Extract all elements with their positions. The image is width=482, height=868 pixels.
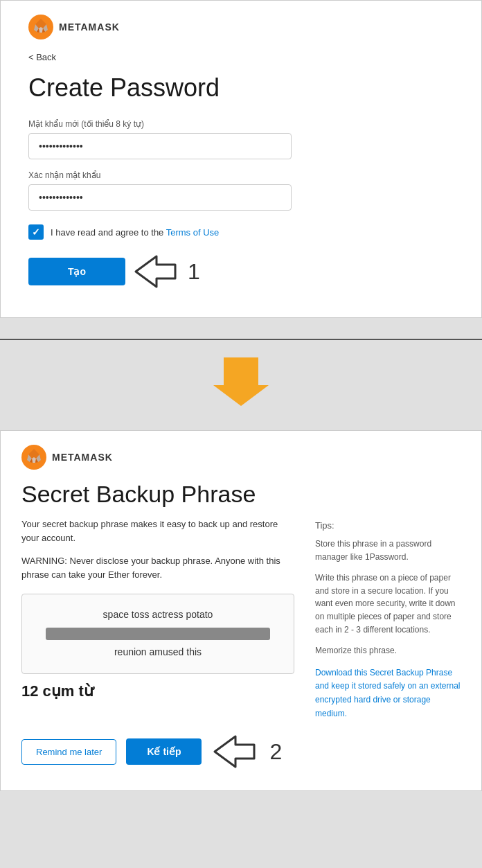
phrase-line-3: reunion amused this xyxy=(33,644,283,661)
back-link[interactable]: < Back xyxy=(28,52,56,62)
tips-title: Tips: xyxy=(315,520,461,531)
backup-warning: WARNING: Never disclose your backup phra… xyxy=(21,554,294,581)
tip-3: Memorize this phrase. xyxy=(315,644,461,657)
annotation-number-2: 2 xyxy=(269,739,282,765)
backup-content: Your secret backup phrase makes it easy … xyxy=(21,517,461,720)
metamask-logo-text-2: METAMASK xyxy=(52,452,113,463)
metamask-fox-icon-2 xyxy=(21,445,46,470)
divider-top-line xyxy=(0,339,482,340)
next-button[interactable]: Kế tiếp xyxy=(126,738,202,765)
tip-2: Write this phrase on a piece of paper an… xyxy=(315,572,461,636)
down-arrow-yellow-icon xyxy=(213,354,269,409)
confirm-field-group: Xác nhận mật khẩu xyxy=(28,170,454,211)
bottom-buttons-area: Remind me later Kế tiếp 2 xyxy=(1,720,481,770)
create-button-area: Tạo 1 xyxy=(28,254,454,290)
arrow-left-icon-2 xyxy=(211,734,260,770)
password-input[interactable] xyxy=(28,133,292,159)
metamask-logo-text: METAMASK xyxy=(59,21,120,33)
terms-checkbox-row: ✓ I have read and agree to the Terms of … xyxy=(28,224,454,240)
header: METAMASK xyxy=(28,15,454,39)
terms-label: I have read and agree to the Terms of Us… xyxy=(51,227,219,238)
tip-1: Store this phrase in a password manager … xyxy=(315,538,461,563)
phrase-box: space toss actress potato reunion amused… xyxy=(21,594,294,674)
phrase-blur-line xyxy=(46,628,270,640)
checkmark-icon: ✓ xyxy=(32,227,40,237)
password-field-group: Mật khẩu mới (tối thiểu 8 ký tự) xyxy=(28,119,454,159)
backup-left-column: Your secret backup phrase makes it easy … xyxy=(21,517,294,720)
backup-tips: Tips: Store this phrase in a password ma… xyxy=(315,517,461,720)
tip-download-link[interactable]: Download this Secret Backup Phrase and k… xyxy=(315,668,460,718)
password-label: Mật khẩu mới (tối thiểu 8 ký tự) xyxy=(28,119,454,129)
phrase-count-label: 12 cụm từ xyxy=(21,682,294,700)
secret-backup-section: METAMASK Secret Backup Phrase Your secre… xyxy=(0,430,482,791)
backup-description: Your secret backup phrase makes it easy … xyxy=(21,517,294,544)
backup-header: METAMASK xyxy=(21,445,461,470)
phrase-line-1: space toss actress potato xyxy=(33,607,283,623)
backup-title: Secret Backup Phrase xyxy=(21,481,461,508)
create-button[interactable]: Tạo xyxy=(28,258,125,285)
divider-section xyxy=(0,318,482,430)
svg-marker-20 xyxy=(215,736,254,767)
metamask-fox-icon xyxy=(28,15,53,39)
page-title: Create Password xyxy=(28,73,454,103)
remind-later-button[interactable]: Remind me later xyxy=(21,739,116,765)
create-password-section: METAMASK < Back Create Password Mật khẩu… xyxy=(0,0,482,318)
terms-label-before: I have read and agree to the xyxy=(51,227,166,238)
backup-inner: METAMASK Secret Backup Phrase Your secre… xyxy=(1,445,481,720)
svg-marker-9 xyxy=(136,256,175,287)
arrow-left-icon xyxy=(132,254,181,290)
confirm-input[interactable] xyxy=(28,184,292,211)
annotation-number-1: 1 xyxy=(188,259,200,285)
confirm-label: Xác nhận mật khẩu xyxy=(28,170,454,180)
svg-marker-10 xyxy=(213,357,269,406)
terms-link[interactable]: Terms of Use xyxy=(166,227,220,238)
terms-checkbox[interactable]: ✓ xyxy=(28,224,44,240)
